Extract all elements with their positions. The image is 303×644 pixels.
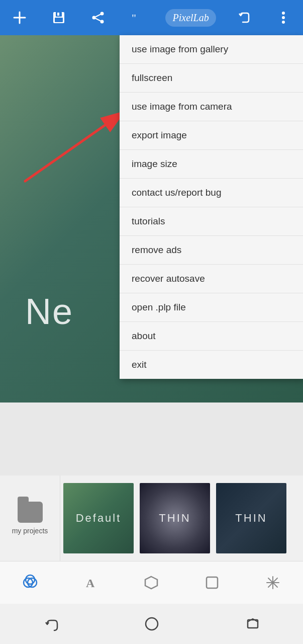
menu-item-exit[interactable]: exit <box>120 351 303 379</box>
dropdown-menu: use image from gallery fullscreen use im… <box>120 35 303 379</box>
tab-effects[interactable] <box>258 568 288 598</box>
svg-rect-24 <box>207 577 218 588</box>
svg-text:": " <box>132 12 136 24</box>
nav-back-button[interactable] <box>38 611 63 636</box>
project-thumb-thin1[interactable]: THIN <box>140 483 210 553</box>
my-projects-label: my projects <box>12 527 48 535</box>
tab-text[interactable]: A <box>76 568 106 598</box>
project-thumb-default[interactable]: Default <box>63 483 134 553</box>
more-button[interactable] <box>272 7 294 29</box>
bottom-tabs: A <box>0 561 303 604</box>
svg-point-7 <box>92 16 96 20</box>
svg-point-14 <box>282 21 285 24</box>
svg-rect-4 <box>55 18 63 22</box>
menu-item-export-image[interactable]: export image <box>120 121 303 150</box>
save-button[interactable] <box>48 7 70 29</box>
thumb-thin1-label: THIN <box>159 512 190 525</box>
svg-marker-23 <box>145 577 157 589</box>
menu-item-about[interactable]: about <box>120 322 303 351</box>
menu-item-open-plp[interactable]: open .plp file <box>120 293 303 322</box>
undo-button[interactable] <box>233 7 255 29</box>
svg-point-8 <box>100 20 104 24</box>
menu-item-contact-us[interactable]: contact us/report bug <box>120 179 303 207</box>
logo-button[interactable]: PixelLab <box>165 9 216 27</box>
svg-line-10 <box>95 19 100 21</box>
projects-strip: my projects Default THIN THIN <box>0 475 303 561</box>
svg-point-6 <box>100 12 104 16</box>
toolbar: " PixelLab <box>0 0 303 35</box>
nav-recent-button[interactable] <box>240 611 265 636</box>
menu-item-remove-ads[interactable]: remove ads <box>120 236 303 265</box>
menu-item-use-gallery[interactable]: use image from gallery <box>120 35 303 64</box>
svg-point-29 <box>146 618 158 630</box>
thumb-default-label: Default <box>76 512 122 525</box>
tab-frame[interactable] <box>197 568 227 598</box>
thumb-thin2-label: THIN <box>235 512 267 525</box>
share-button[interactable] <box>87 7 109 29</box>
menu-item-fullscreen[interactable]: fullscreen <box>120 64 303 93</box>
nav-home-button[interactable] <box>139 611 164 636</box>
svg-rect-5 <box>57 13 59 16</box>
tab-shape[interactable] <box>136 568 166 598</box>
add-button[interactable] <box>9 7 31 29</box>
project-thumb-thin2[interactable]: THIN <box>216 483 286 553</box>
svg-text:A: A <box>86 577 95 590</box>
menu-item-image-size[interactable]: image size <box>120 150 303 179</box>
menu-item-tutorials[interactable]: tutorials <box>120 207 303 236</box>
svg-point-21 <box>26 575 35 584</box>
tab-layers[interactable] <box>15 568 45 598</box>
svg-line-9 <box>95 15 100 17</box>
menu-item-recover-autosave[interactable]: recover autosave <box>120 265 303 293</box>
svg-point-13 <box>282 16 285 19</box>
svg-point-12 <box>282 12 285 15</box>
my-projects-button[interactable]: my projects <box>0 475 60 561</box>
folder-icon <box>18 502 43 523</box>
nav-bar <box>0 604 303 644</box>
menu-item-use-camera[interactable]: use image from camera <box>120 93 303 121</box>
canvas-preview-text: Ne <box>25 291 73 332</box>
quote-button[interactable]: " <box>126 7 148 29</box>
